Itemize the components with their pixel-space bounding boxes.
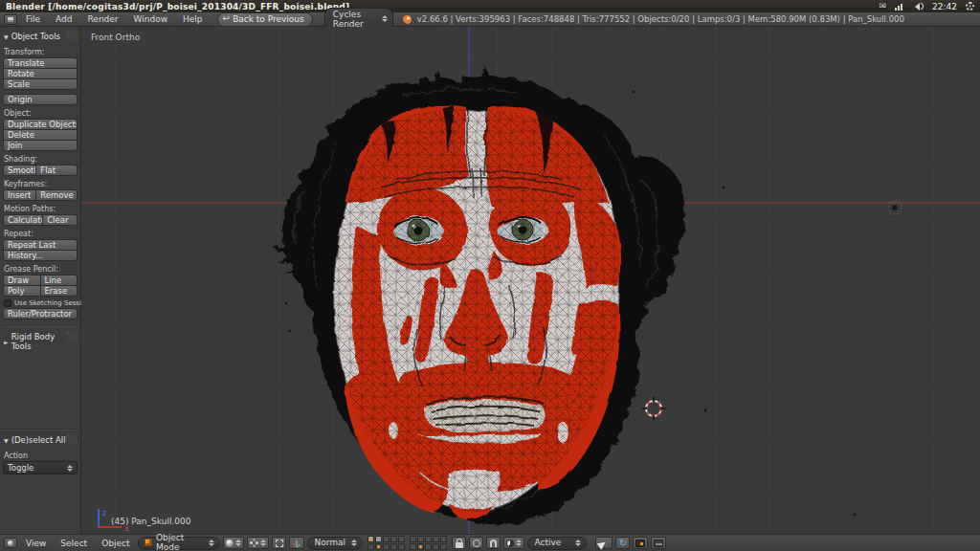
network-signal-icon[interactable]: [895, 3, 902, 11]
history-button[interactable]: History...: [3, 250, 78, 261]
layer-toggle[interactable]: [440, 543, 447, 550]
scale-button[interactable]: Scale: [3, 78, 78, 90]
sketching-sessions-checkbox[interactable]: [4, 299, 11, 307]
layer-toggle[interactable]: [390, 536, 397, 542]
back-to-previous-button[interactable]: ↩ Back to Previous: [217, 12, 313, 27]
scene-lock-toggle[interactable]: [452, 537, 466, 549]
layer-toggle[interactable]: [410, 536, 416, 542]
object-label: Object:: [4, 109, 77, 118]
pivot-point-select[interactable]: [247, 537, 269, 549]
deselect-all-panel-header[interactable]: ▼ (De)select All: [3, 433, 78, 448]
info-bar: File Add Render Window Help ↩ Back to Pr…: [0, 12, 980, 27]
snap-toggle[interactable]: [486, 537, 501, 549]
proportional-edit-toggle[interactable]: [469, 537, 483, 549]
action-select[interactable]: Toggle: [3, 461, 78, 474]
magnet-icon: [490, 540, 497, 547]
rigid-body-tools-panel-header[interactable]: ► Rigid Body Tools: [3, 330, 78, 354]
transform-axes-button[interactable]: [289, 537, 304, 549]
grease-poly-button[interactable]: Poly: [3, 285, 41, 297]
layer-toggle[interactable]: [398, 536, 405, 542]
grease-pencil-label: Grease Pencil:: [4, 265, 77, 274]
panel-drag-handle[interactable]: [66, 31, 78, 40]
mail-icon[interactable]: ✉: [880, 2, 887, 11]
join-button[interactable]: Join: [3, 140, 78, 151]
manipulator-toggle[interactable]: [272, 537, 286, 549]
action-label: Action: [4, 452, 77, 460]
layers-widget: [366, 536, 449, 550]
motion-paths-label: Motion Paths:: [4, 205, 77, 213]
layer-toggle[interactable]: [417, 536, 424, 542]
layer-toggle[interactable]: [440, 536, 447, 542]
shading-label: Shading:: [4, 155, 77, 164]
menu-render[interactable]: Render: [81, 13, 125, 25]
viewport-canvas[interactable]: z x: [81, 27, 980, 534]
layer-toggle[interactable]: [425, 543, 432, 550]
mode-select[interactable]: Object Mode: [138, 537, 220, 550]
layer-toggle[interactable]: [417, 543, 424, 550]
proportional-circle-icon: [473, 540, 480, 547]
panel-drag-handle[interactable]: [66, 331, 78, 341]
layer-toggle[interactable]: [390, 543, 397, 550]
calculate-button[interactable]: Calculate: [3, 214, 43, 226]
opengl-render-button[interactable]: [633, 537, 648, 549]
tool-shelf: ▼ Object Tools Transform: Translate Rota…: [0, 27, 81, 534]
view3d-editor-icon: [8, 540, 13, 546]
duplicate-objects-button[interactable]: Duplicate Objects: [3, 119, 78, 130]
layer-toggle[interactable]: [368, 543, 374, 550]
active-object-label: (45) Pan_Skull.000: [111, 517, 190, 526]
snap-align-toggle[interactable]: [595, 537, 612, 549]
shading-sphere-icon: [226, 540, 234, 547]
editor-type-button[interactable]: [4, 538, 17, 548]
layer-toggle[interactable]: [433, 543, 439, 550]
speaker-icon[interactable]: [911, 3, 924, 11]
brush-icon: [597, 537, 611, 549]
object-tools-panel-header[interactable]: ▼ Object Tools: [3, 30, 78, 44]
editor-type-button[interactable]: [4, 14, 17, 25]
viewport-3d[interactable]: z x Front Ortho (45) Pan_Skull.000: [81, 27, 980, 534]
back-arrow-icon: ↩: [223, 14, 231, 23]
axis-z-label: z: [102, 509, 106, 518]
grease-erase-button[interactable]: Erase: [40, 285, 78, 297]
opengl-render-anim-button[interactable]: [651, 537, 666, 549]
remove-keyframe-button[interactable]: Remove: [35, 189, 78, 201]
layer-toggle[interactable]: [368, 536, 374, 542]
menu-select[interactable]: Select: [55, 538, 93, 549]
layer-toggle[interactable]: [433, 536, 439, 542]
menu-file[interactable]: File: [19, 13, 47, 25]
snap-target-select[interactable]: Active: [527, 537, 587, 550]
menu-object[interactable]: Object: [96, 538, 135, 549]
snap-peel-toggle[interactable]: ↻: [615, 537, 630, 549]
smooth-button[interactable]: Smooth: [3, 165, 36, 176]
layer-toggle[interactable]: [398, 543, 405, 550]
panel-drag-handle[interactable]: [66, 434, 78, 444]
view-name-label: Front Ortho: [91, 33, 140, 42]
gear-icon[interactable]: [966, 2, 974, 11]
layer-toggle[interactable]: [383, 536, 390, 542]
pivot-point-icon: [250, 539, 258, 547]
origin-button[interactable]: Origin: [3, 94, 78, 105]
menu-add[interactable]: Add: [49, 13, 78, 25]
orientation-select[interactable]: Normal: [307, 537, 363, 550]
menu-view[interactable]: View: [20, 538, 52, 549]
menu-window[interactable]: Window: [127, 13, 175, 25]
clear-button[interactable]: Clear: [42, 214, 78, 226]
dropdown-arrows-icon: [382, 15, 388, 22]
panel-divider: [3, 325, 78, 326]
viewport-shading-select[interactable]: [223, 537, 244, 549]
layer-toggle[interactable]: [410, 543, 416, 550]
clock[interactable]: 22:42: [932, 2, 957, 11]
menu-help[interactable]: Help: [176, 13, 210, 25]
layer-toggle[interactable]: [425, 536, 432, 542]
insert-keyframe-button[interactable]: Insert: [3, 189, 36, 201]
flat-button[interactable]: Flat: [35, 165, 78, 176]
camera-icon: [635, 540, 645, 547]
layer-toggle[interactable]: [375, 536, 382, 542]
transform-label: Transform:: [4, 48, 77, 56]
dropdown-arrows-icon: [575, 540, 581, 546]
ruler-protractor-button[interactable]: Ruler/Protractor: [3, 308, 78, 320]
layer-toggle[interactable]: [375, 543, 382, 550]
panel-open-icon: ▼: [4, 437, 9, 444]
layer-toggle[interactable]: [383, 543, 390, 550]
repeat-label: Repeat:: [4, 230, 77, 238]
snap-element-select[interactable]: [503, 537, 524, 549]
